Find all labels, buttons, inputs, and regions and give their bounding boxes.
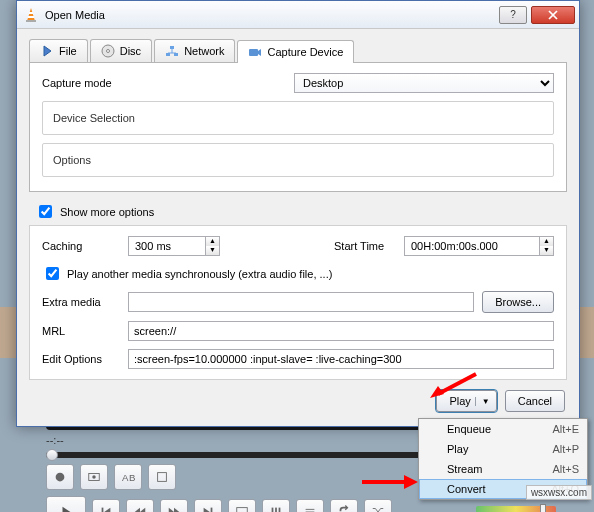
svg-rect-5 [158,473,167,482]
svg-rect-18 [279,508,281,512]
svg-marker-12 [174,508,179,512]
svg-rect-16 [272,508,274,512]
svg-rect-14 [211,508,213,512]
advanced-options: Caching 300 ms ▲▼ Start Time 00H:00m:00s… [29,225,567,380]
start-down[interactable]: ▼ [539,246,553,255]
rewind-button[interactable] [126,499,154,512]
menu-item-stream-shortcut: Alt+S [552,463,579,475]
open-media-dialog: Open Media ? File Disc Network C [16,0,580,427]
file-icon [40,44,54,58]
caching-label: Caching [42,240,128,252]
start-time-label: Start Time [334,240,404,252]
tab-file[interactable]: File [29,39,88,62]
svg-text:B: B [129,472,135,483]
mrl-input[interactable] [128,321,554,341]
frame-step-button[interactable] [148,464,176,490]
menu-item-stream-label: Stream [447,463,482,475]
svg-marker-6 [63,507,71,512]
snapshot-button[interactable] [80,464,108,490]
ext-settings-button[interactable] [262,499,290,512]
browse-button[interactable]: Browse... [482,291,554,313]
seek-knob[interactable] [46,449,58,461]
caching-up[interactable]: ▲ [205,237,219,246]
tab-file-label: File [59,45,77,57]
prev-track-button[interactable] [92,499,120,512]
play-label: Play [449,395,470,407]
extra-media-label: Extra media [42,296,128,308]
svg-point-0 [56,473,65,482]
edit-options-input[interactable] [128,349,554,369]
tab-disc-label: Disc [120,45,141,57]
watermark: wsxwsx.com [526,485,592,500]
menu-item-enqueue-shortcut: Alt+E [552,423,579,435]
titlebar[interactable]: Open Media ? [17,1,579,29]
extra-media-input[interactable] [128,292,474,312]
svg-marker-9 [135,508,140,512]
play-sync-label: Play another media synchronously (extra … [67,268,332,280]
vlc-cone-icon [23,7,39,23]
play-dropdown-caret[interactable]: ▼ [475,397,496,406]
volume-slider[interactable] [476,506,556,512]
svg-point-30 [106,50,109,53]
play-split-button[interactable]: Play ▼ [436,390,496,412]
capture-panel: Capture mode Desktop Device Selection Op… [29,63,567,192]
menu-item-play[interactable]: Play Alt+P [419,439,587,459]
caching-spinner[interactable]: 300 ms ▲▼ [128,236,220,256]
menu-item-stream[interactable]: Stream Alt+S [419,459,587,479]
capture-options-group: Options [42,143,554,177]
start-time-spinner[interactable]: 00H:00m:00s.000 ▲▼ [404,236,554,256]
capture-mode-select[interactable]: Desktop [294,73,554,93]
menu-item-convert-label: Convert [447,483,486,495]
capture-icon [248,45,262,59]
loop-button[interactable] [330,499,358,512]
play-sync-checkbox[interactable] [46,267,59,280]
browse-label: Browse... [495,296,541,308]
caching-down[interactable]: ▼ [205,246,219,255]
tab-capture[interactable]: Capture Device [237,40,354,63]
svg-rect-36 [249,49,258,56]
capture-mode-label: Capture mode [42,77,142,89]
menu-item-play-shortcut: Alt+P [552,443,579,455]
volume-knob[interactable] [540,504,546,512]
mrl-label: MRL [42,325,128,337]
svg-marker-37 [258,49,261,56]
svg-rect-23 [26,20,36,22]
svg-rect-7 [102,508,104,512]
svg-marker-8 [104,508,110,512]
disc-icon [101,44,115,58]
svg-marker-13 [204,508,210,512]
show-more-checkbox[interactable] [39,205,52,218]
shuffle-button[interactable] [364,499,392,512]
edit-options-label: Edit Options [42,353,128,365]
record-button[interactable] [46,464,74,490]
tab-disc[interactable]: Disc [90,39,152,62]
atob-button[interactable]: AB [114,464,142,490]
help-button[interactable]: ? [499,6,527,24]
playlist-button[interactable] [296,499,324,512]
caching-value: 300 ms [129,240,205,252]
cancel-label: Cancel [518,395,552,407]
svg-rect-25 [28,16,34,18]
fullscreen-button[interactable] [228,499,256,512]
svg-marker-22 [27,8,35,21]
svg-marker-10 [140,508,145,512]
menu-item-enqueue[interactable]: Enqueue Alt+E [419,419,587,439]
tab-network-label: Network [184,45,224,57]
menu-item-play-label: Play [447,443,468,455]
svg-rect-15 [237,508,248,512]
show-more-label: Show more options [60,206,154,218]
tab-capture-label: Capture Device [267,46,343,58]
cancel-button[interactable]: Cancel [505,390,565,412]
start-time-value: 00H:00m:00s.000 [405,240,539,252]
forward-button[interactable] [160,499,188,512]
next-track-button[interactable] [194,499,222,512]
svg-marker-28 [44,46,51,56]
svg-point-2 [92,475,96,479]
device-selection-label: Device Selection [53,112,135,124]
tab-bar: File Disc Network Capture Device [29,39,567,63]
start-up[interactable]: ▲ [539,237,553,246]
play-button[interactable] [46,496,86,512]
tab-network[interactable]: Network [154,39,235,62]
close-button[interactable] [531,6,575,24]
window-title: Open Media [45,9,499,21]
